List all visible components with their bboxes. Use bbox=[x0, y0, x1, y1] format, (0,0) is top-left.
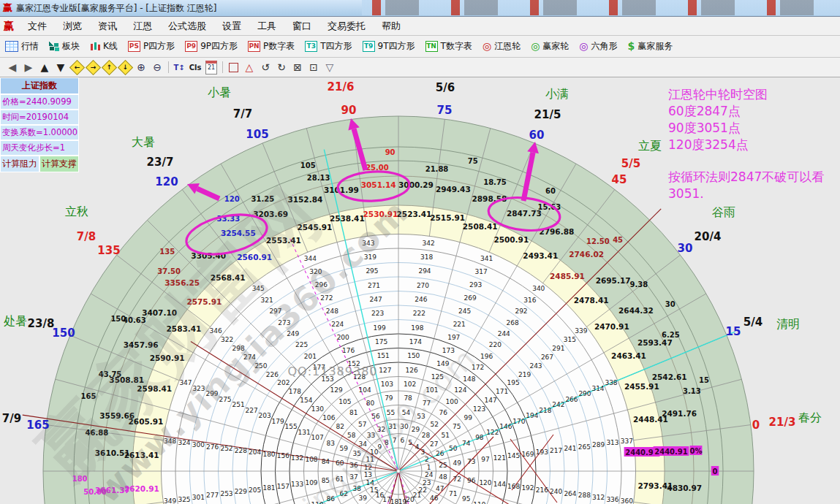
svg-text:266: 266 bbox=[565, 396, 578, 403]
svg-text:7/7: 7/7 bbox=[233, 107, 252, 121]
cls-button[interactable]: Cls bbox=[187, 60, 203, 75]
toolbar-button-9[interactable]: ◎江恩轮 bbox=[477, 40, 526, 53]
toolbar-button-8[interactable]: TNT数字表 bbox=[420, 40, 477, 53]
menu-item-2[interactable]: 资讯 bbox=[90, 20, 125, 31]
menu-item-3[interactable]: 江恩 bbox=[125, 20, 160, 31]
svg-text:28.13: 28.13 bbox=[307, 174, 330, 182]
toolbar-button-7[interactable]: T99T四方形 bbox=[357, 40, 420, 53]
svg-text:21.88: 21.88 bbox=[425, 165, 449, 173]
svg-text:194: 194 bbox=[526, 412, 538, 419]
svg-text:0: 0 bbox=[752, 419, 760, 432]
zoom-out-icon[interactable]: ⊖ bbox=[149, 60, 165, 75]
svg-text:2847.73: 2847.73 bbox=[507, 209, 542, 218]
svg-text:171: 171 bbox=[496, 388, 508, 395]
toolbar-button-11[interactable]: ◎六角形 bbox=[574, 40, 622, 53]
toolbar-button-0[interactable]: 行情 bbox=[0, 40, 44, 53]
toolbar-button-1[interactable]: 板块 bbox=[44, 40, 85, 53]
svg-text:219: 219 bbox=[518, 371, 531, 378]
next-icon[interactable]: ▶ bbox=[20, 60, 37, 75]
svg-text:147: 147 bbox=[485, 397, 497, 404]
calc-resistance-button[interactable]: 计算阻力 bbox=[0, 156, 39, 172]
menu-item-6[interactable]: 工具 bbox=[249, 20, 284, 31]
annotation-line-1: 60度2847点 bbox=[668, 103, 838, 120]
up-icon[interactable]: ▲ bbox=[37, 60, 53, 75]
menu-item-4[interactable]: 公式选股 bbox=[160, 20, 214, 31]
center-icon[interactable]: ⊡ bbox=[306, 60, 322, 75]
svg-text:294: 294 bbox=[418, 267, 431, 275]
toolbar-button-5[interactable]: PNP数字表 bbox=[243, 40, 300, 53]
svg-text:325: 325 bbox=[178, 496, 190, 503]
toolbar-label: P数字表 bbox=[263, 40, 295, 53]
diamond-right-icon[interactable]: → bbox=[85, 60, 101, 75]
svg-text:50: 50 bbox=[449, 445, 458, 452]
toolbar-button-10[interactable]: ◎赢家轮 bbox=[526, 40, 574, 53]
svg-text:241: 241 bbox=[564, 445, 576, 452]
rotate-cw-icon[interactable]: ↻ bbox=[273, 60, 290, 75]
svg-text:15: 15 bbox=[726, 325, 741, 338]
svg-text:242: 242 bbox=[552, 401, 564, 408]
svg-text:2500.91: 2500.91 bbox=[493, 235, 529, 244]
square-tool-icon[interactable] bbox=[225, 60, 241, 75]
toolbar-button-12[interactable]: $赢家服务 bbox=[623, 40, 678, 53]
menu-item-0[interactable]: 文件 bbox=[20, 20, 55, 31]
svg-text:2508.41: 2508.41 bbox=[463, 222, 498, 231]
svg-text:108: 108 bbox=[305, 456, 317, 463]
svg-text:0%: 0% bbox=[690, 447, 703, 455]
triangle-tool-icon[interactable]: △ bbox=[241, 60, 257, 75]
background-window-artifacts bbox=[362, 0, 840, 15]
svg-text:150: 150 bbox=[110, 315, 126, 323]
toolbar-button-3[interactable]: PSP四方形 bbox=[123, 40, 180, 53]
toolbar-button-2[interactable]: K线 bbox=[85, 40, 123, 53]
annotation-line-2: 90度3051点 bbox=[668, 120, 838, 137]
fit-icon[interactable]: ⊠ bbox=[290, 60, 306, 75]
svg-text:2463.41: 2463.41 bbox=[611, 351, 646, 360]
toolbar-label: 赢家服务 bbox=[637, 40, 673, 53]
menu-item-5[interactable]: 设置 bbox=[214, 20, 249, 31]
svg-text:315: 315 bbox=[564, 336, 576, 343]
toolbar-label: P四方形 bbox=[143, 40, 175, 53]
updown-icon[interactable]: T↕ bbox=[171, 60, 187, 75]
svg-text:7/8: 7/8 bbox=[77, 230, 96, 243]
menu-item-9[interactable]: 帮助 bbox=[374, 20, 409, 31]
annotation-line-3: 120度3254点 bbox=[668, 137, 838, 153]
svg-text:52: 52 bbox=[431, 421, 439, 428]
svg-text:301: 301 bbox=[192, 494, 205, 501]
menu-item-1[interactable]: 浏览 bbox=[55, 20, 90, 31]
annotation-note-1: 3051. bbox=[668, 186, 838, 202]
svg-text:130: 130 bbox=[311, 405, 324, 413]
prev-icon[interactable]: ◀ bbox=[4, 60, 20, 75]
toolbar-button-6[interactable]: T3T四方形 bbox=[300, 40, 357, 53]
panel-buttons: 计算阻力 计算支撑 bbox=[0, 156, 79, 172]
parameter-rows: 价格=2440.9099时间=20190104变换系数=1.00000周天变化步… bbox=[0, 94, 79, 156]
menu-item-7[interactable]: 窗口 bbox=[284, 20, 319, 31]
svg-text:12.50: 12.50 bbox=[586, 237, 610, 245]
svg-text:82: 82 bbox=[336, 423, 344, 430]
svg-text:202: 202 bbox=[277, 379, 290, 386]
svg-text:204: 204 bbox=[249, 448, 261, 456]
down-icon[interactable]: ▼ bbox=[53, 60, 69, 75]
svg-text:290: 290 bbox=[578, 390, 591, 397]
main-toolbar: 行情板块K线PSP四方形P99P四方形PNP数字表T3T四方形T99T四方形TN… bbox=[0, 36, 840, 58]
svg-text:105: 105 bbox=[338, 398, 351, 405]
svg-text:120: 120 bbox=[155, 175, 178, 188]
svg-text:270: 270 bbox=[417, 282, 429, 289]
toolbar-button-4[interactable]: P99P四方形 bbox=[180, 40, 243, 53]
diamond-down-icon[interactable]: ↓ bbox=[117, 60, 133, 75]
svg-text:99: 99 bbox=[463, 414, 472, 421]
svg-text:176: 176 bbox=[342, 347, 355, 354]
diamond-left-icon[interactable]: ← bbox=[69, 60, 85, 75]
svg-text:292: 292 bbox=[515, 308, 527, 315]
svg-text:104: 104 bbox=[358, 386, 371, 394]
picker-icon[interactable]: ▽ bbox=[322, 60, 338, 75]
rotate-ccw-icon[interactable]: ↺ bbox=[257, 60, 273, 75]
diamond-up-icon[interactable]: ↑ bbox=[101, 60, 117, 75]
calendar-icon[interactable]: 21 bbox=[203, 60, 219, 75]
menu-item-8[interactable]: 交易委托 bbox=[319, 20, 374, 31]
svg-text:196: 196 bbox=[480, 353, 493, 360]
svg-text:2949.43: 2949.43 bbox=[436, 185, 471, 194]
svg-text:360: 360 bbox=[621, 497, 633, 504]
svg-text:2644.32: 2644.32 bbox=[618, 306, 654, 315]
calc-support-button[interactable]: 计算支撑 bbox=[39, 156, 79, 172]
svg-text:169: 169 bbox=[521, 451, 534, 458]
zoom-in-icon[interactable]: ⊕ bbox=[133, 60, 149, 75]
